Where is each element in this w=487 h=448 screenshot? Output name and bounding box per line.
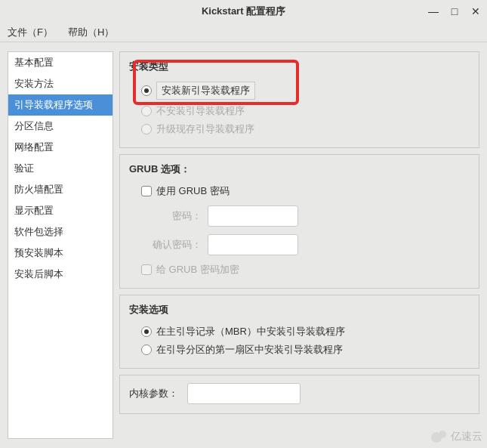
radio-label: 升级现存引导装载程序 [156,122,254,136]
watermark-text: 亿速云 [451,430,482,443]
window-title: Kickstart 配置程序 [202,5,285,18]
grub-options-group: GRUB 选项： 使用 GRUB 密码 密码： 确认密码： 给 GRUB 密码加… [119,154,479,289]
sidebar-item-postinstall[interactable]: 安装后脚本 [8,264,113,285]
radio-label: 在引导分区的第一扇区中安装引导装载程序 [156,343,343,357]
watermark: 亿速云 [431,430,482,443]
install-type-group: 安装类型 安装新引导装载程序 不安装引导装载程序 升级现存引导装载程序 [119,51,479,148]
radio-no-install: 不安装引导装载程序 [129,102,470,120]
radio-icon [141,85,152,96]
checkbox-use-grub-password[interactable]: 使用 GRUB 密码 [129,182,470,200]
install-options-title: 安装选项 [129,303,470,317]
password-row: 密码： [129,203,470,229]
sidebar-item-display[interactable]: 显示配置 [8,200,113,221]
minimize-button[interactable]: — [428,6,439,17]
titlebar: Kickstart 配置程序 — □ ✕ [0,0,487,23]
radio-icon [141,344,152,355]
sidebar-item-packages[interactable]: 软件包选择 [8,221,113,243]
content-area: 基本配置 安装方法 引导装载程序选项 分区信息 网络配置 验证 防火墙配置 显示… [0,42,487,448]
sidebar-item-network[interactable]: 网络配置 [8,137,113,158]
radio-icon [141,124,152,134]
install-type-title: 安装类型 [129,60,470,73]
radio-install-first-sector[interactable]: 在引导分区的第一扇区中安装引导装载程序 [129,341,470,359]
sidebar-item-partition[interactable]: 分区信息 [8,116,113,137]
kernel-params-group: 内核参数： [119,375,479,414]
radio-label: 不安装引导装载程序 [156,104,245,118]
kernel-params-input[interactable] [187,383,301,404]
checkbox-icon [141,186,152,196]
sidebar-item-auth[interactable]: 验证 [8,158,113,179]
confirm-password-label: 确认密码： [141,238,202,252]
radio-icon [141,326,152,337]
checkbox-label: 给 GRUB 密码加密 [156,263,239,277]
menu-help[interactable]: 帮助（H） [63,23,119,42]
window-controls: — □ ✕ [428,0,481,23]
confirm-password-input[interactable] [208,234,298,255]
sidebar-item-bootloader[interactable]: 引导装载程序选项 [8,94,113,116]
radio-label: 安装新引导装载程序 [156,82,255,100]
radio-install-new[interactable]: 安装新引导装载程序 [129,79,470,102]
main-panel: 安装类型 安装新引导装载程序 不安装引导装载程序 升级现存引导装载程序 GRUB… [119,51,479,439]
checkbox-encrypt-password: 给 GRUB 密码加密 [129,261,470,279]
menubar: 文件（F） 帮助（H） [0,23,487,42]
checkbox-label: 使用 GRUB 密码 [156,184,230,198]
sidebar-item-basic[interactable]: 基本配置 [8,52,113,73]
radio-label: 在主引导记录（MBR）中安装引导装载程序 [156,325,345,338]
radio-upgrade: 升级现存引导装载程序 [129,120,470,138]
menu-file[interactable]: 文件（F） [3,23,57,42]
radio-install-mbr[interactable]: 在主引导记录（MBR）中安装引导装载程序 [129,323,470,341]
install-options-group: 安装选项 在主引导记录（MBR）中安装引导装载程序 在引导分区的第一扇区中安装引… [119,295,479,369]
sidebar-item-preinstall[interactable]: 预安装脚本 [8,243,113,264]
radio-icon [141,106,152,116]
checkbox-icon [141,264,152,275]
cloud-icon [431,431,448,443]
sidebar-item-firewall[interactable]: 防火墙配置 [8,179,113,200]
confirm-password-row: 确认密码： [129,232,470,258]
sidebar: 基本配置 安装方法 引导装载程序选项 分区信息 网络配置 验证 防火墙配置 显示… [8,51,113,439]
maximize-button[interactable]: □ [449,6,460,17]
kernel-params-label: 内核参数： [129,387,178,400]
sidebar-item-install-method[interactable]: 安装方法 [8,73,113,94]
password-label: 密码： [141,209,202,223]
close-button[interactable]: ✕ [470,6,481,17]
grub-title: GRUB 选项： [129,162,470,176]
password-input[interactable] [208,205,298,227]
